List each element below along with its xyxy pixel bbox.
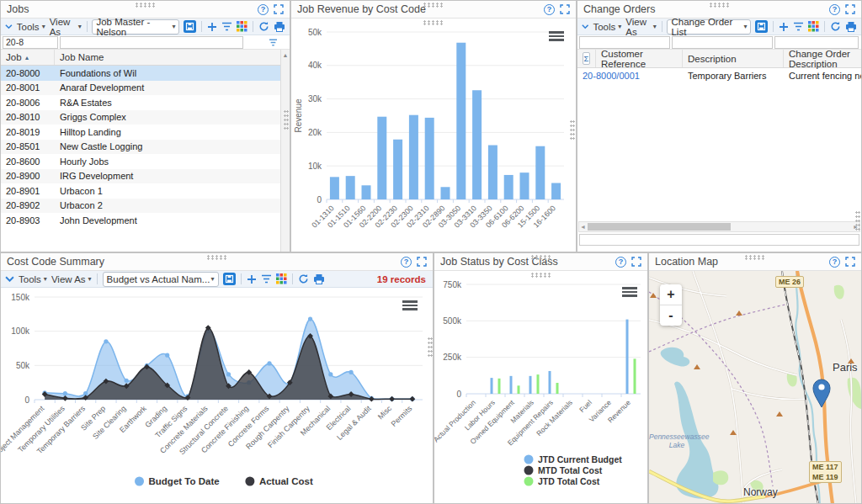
- legend-label[interactable]: Actual Cost: [259, 476, 313, 486]
- save-button[interactable]: [755, 20, 768, 33]
- job-name-cell[interactable]: Foundations of Wil: [55, 68, 280, 78]
- jobs-vertical-scrollbar[interactable]: ▲: [280, 50, 290, 252]
- job-cell[interactable]: 20-8902: [1, 200, 55, 210]
- pivot-grid-button[interactable]: [276, 273, 287, 284]
- legend-swatch[interactable]: [245, 477, 254, 486]
- job-name-filter-input[interactable]: [60, 36, 243, 49]
- resize-handle-vertical[interactable]: [855, 210, 860, 232]
- view-select[interactable]: Budget vs Actual Nam...▾: [103, 272, 219, 287]
- pivot-grid-button[interactable]: [237, 21, 247, 32]
- table-row[interactable]: 20-8901Urbacon 1: [1, 183, 280, 199]
- data-point[interactable]: [267, 361, 271, 365]
- table-row[interactable]: 20-8501New Castle Logging: [1, 140, 280, 155]
- bar[interactable]: [549, 371, 551, 394]
- scroll-up-arrow[interactable]: ▲: [283, 52, 289, 252]
- scrollbar-thumb[interactable]: [588, 223, 731, 231]
- data-point[interactable]: [104, 339, 108, 343]
- job-name-cell[interactable]: New Castle Logging: [55, 141, 280, 151]
- bar[interactable]: [472, 90, 482, 199]
- legend-swatch[interactable]: [524, 477, 534, 486]
- help-icon[interactable]: ?: [258, 4, 269, 15]
- job-cell[interactable]: 20-8901: [1, 186, 55, 196]
- bar[interactable]: [488, 146, 498, 199]
- data-point[interactable]: [308, 316, 312, 321]
- job-filter-input[interactable]: [3, 36, 58, 49]
- job-cell[interactable]: 20-8006: [1, 98, 55, 108]
- bar[interactable]: [529, 376, 532, 394]
- table-row[interactable]: 20-8600Hourly Jobs: [1, 154, 280, 169]
- drag-handle[interactable]: [530, 273, 552, 278]
- expand-icon[interactable]: [631, 257, 641, 267]
- legend-label[interactable]: JTD Total Cost: [538, 476, 600, 486]
- data-point[interactable]: [389, 396, 395, 402]
- drag-handle[interactable]: [423, 3, 444, 8]
- job-cell[interactable]: 20-8019: [1, 127, 55, 137]
- resize-handle-vertical[interactable]: [428, 337, 433, 358]
- save-button[interactable]: [184, 20, 196, 33]
- change-order-description-filter-input[interactable]: [774, 36, 859, 49]
- job-name-cell[interactable]: Hourly Jobs: [55, 157, 280, 167]
- save-button[interactable]: [223, 273, 236, 285]
- legend-label[interactable]: Budget To Date: [149, 476, 220, 486]
- table-row[interactable]: 20-8000/0001Temporary BarriersCurrent fe…: [577, 68, 861, 83]
- data-point[interactable]: [63, 391, 67, 395]
- bar[interactable]: [520, 172, 529, 199]
- job-name-cell[interactable]: Hilltop Landing: [55, 127, 280, 137]
- view-select[interactable]: Change Order List▾: [667, 19, 751, 34]
- data-point[interactable]: [165, 353, 169, 358]
- resize-handle-vertical[interactable]: [570, 119, 575, 141]
- bar[interactable]: [551, 183, 561, 199]
- help-icon[interactable]: ?: [544, 4, 555, 15]
- job-cell[interactable]: 20-8903: [1, 215, 55, 225]
- bar[interactable]: [556, 383, 559, 394]
- job-cell[interactable]: 20-8501: [1, 141, 55, 151]
- print-button[interactable]: [845, 21, 857, 32]
- expand-icon[interactable]: [845, 4, 855, 14]
- drag-handle[interactable]: [744, 255, 766, 260]
- help-icon[interactable]: ?: [615, 257, 626, 268]
- job-name-cell[interactable]: IRG Development: [55, 171, 280, 181]
- legend-swatch[interactable]: [524, 466, 534, 475]
- data-point[interactable]: [409, 396, 415, 402]
- mini-filter-icon[interactable]: [269, 34, 278, 50]
- job-cell[interactable]: 20-8001: [1, 82, 55, 93]
- bar[interactable]: [518, 385, 520, 394]
- add-button[interactable]: [247, 274, 257, 284]
- map-pin[interactable]: [813, 379, 830, 407]
- table-row[interactable]: 20-8903John Development: [1, 213, 280, 228]
- collapse-chevron-icon[interactable]: [5, 24, 13, 29]
- drag-handle[interactable]: [206, 255, 228, 260]
- description-cell[interactable]: Temporary Barriers: [683, 71, 784, 81]
- legend-label[interactable]: JTD Current Budget: [538, 454, 622, 464]
- drag-handle[interactable]: [423, 20, 444, 25]
- data-point[interactable]: [226, 372, 231, 376]
- job-name-cell[interactable]: Anaraf Development: [55, 82, 280, 93]
- filter-button[interactable]: [793, 22, 804, 31]
- drag-handle[interactable]: [530, 255, 552, 260]
- bar[interactable]: [409, 115, 418, 199]
- map-canvas[interactable]: ME 26 Paris Pennesseewassee Lake ME 117 …: [649, 271, 861, 503]
- bar[interactable]: [377, 117, 386, 199]
- zoom-out-button[interactable]: -: [660, 305, 682, 326]
- chart-menu-icon[interactable]: [622, 287, 637, 299]
- column-header-job[interactable]: Job▲: [1, 50, 55, 65]
- column-header-change-order-description[interactable]: Change Order Description: [784, 50, 861, 67]
- expand-icon[interactable]: [417, 257, 427, 267]
- add-button[interactable]: [779, 22, 789, 32]
- expand-icon[interactable]: [845, 257, 855, 267]
- drag-handle[interactable]: [135, 3, 157, 8]
- resize-handle-vertical[interactable]: [284, 109, 289, 131]
- collapse-chevron-icon[interactable]: [582, 24, 588, 29]
- expand-icon[interactable]: [560, 4, 570, 14]
- table-row[interactable]: 20-8900IRG Development: [1, 169, 280, 184]
- job-name-cell[interactable]: R&A Estates: [55, 98, 280, 108]
- chart-menu-icon[interactable]: [549, 31, 564, 43]
- job-name-cell[interactable]: Griggs Complex: [55, 112, 280, 122]
- column-header-description[interactable]: Description: [683, 50, 784, 67]
- view-select[interactable]: Job Master - Nelson▾: [92, 19, 179, 34]
- table-row[interactable]: 20-8006R&A Estates: [1, 95, 280, 110]
- zoom-in-button[interactable]: +: [660, 284, 682, 305]
- change-order-description-cell[interactable]: Current fencing need to be m: [784, 71, 861, 81]
- collapse-chevron-icon[interactable]: [5, 276, 14, 282]
- pivot-grid-button[interactable]: [808, 21, 819, 32]
